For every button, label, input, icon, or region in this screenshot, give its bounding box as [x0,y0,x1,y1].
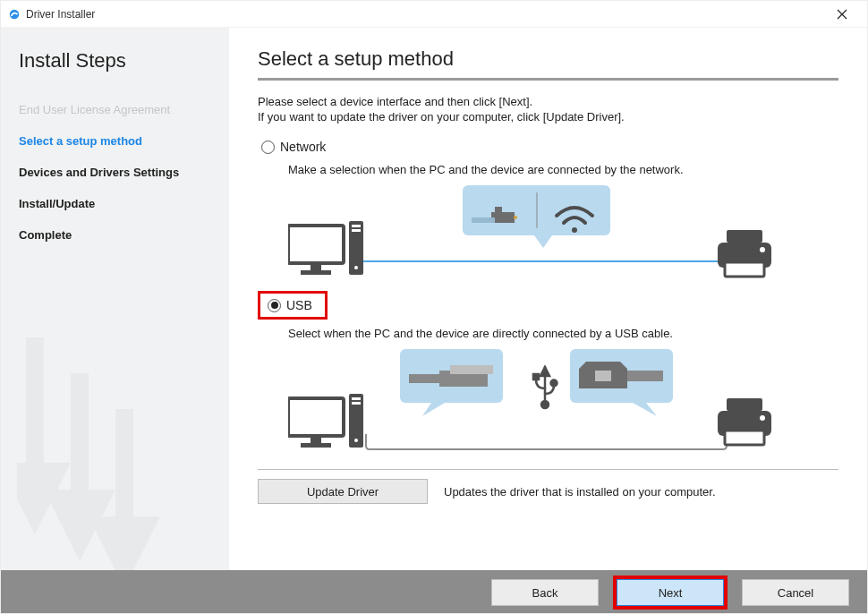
svg-point-15 [572,227,577,233]
svg-rect-25 [352,402,361,405]
svg-point-26 [354,439,358,442]
step-eula: End User License Agreement [19,94,211,125]
title-bar: Driver Installer [1,1,867,28]
main-panel: Select a setup method Please select a de… [229,28,867,570]
svg-rect-33 [533,374,539,379]
cancel-button[interactable]: Cancel [742,579,849,606]
intro-text: Please select a device interface and the… [258,95,838,124]
close-button[interactable] [824,2,860,27]
heading-divider [258,78,838,81]
update-driver-text: Updates the driver that is installed on … [444,485,716,499]
radio-network[interactable]: Network [258,138,838,156]
svg-rect-24 [352,397,361,400]
svg-rect-30 [409,374,441,383]
svg-rect-6 [352,225,361,227]
footer: Back Next Cancel [1,570,867,614]
page-heading: Select a setup method [258,47,838,71]
next-button[interactable]: Next [617,579,724,606]
radio-network-label: Network [280,140,326,154]
svg-rect-40 [725,431,764,445]
svg-rect-11 [495,207,502,212]
svg-point-13 [514,216,517,219]
svg-point-8 [354,266,358,269]
svg-rect-12 [472,217,495,223]
update-driver-button[interactable]: Update Driver [258,479,428,504]
svg-point-32 [541,401,549,408]
svg-rect-20 [288,398,344,436]
usb-desc: Select when the PC and the device are di… [288,327,838,340]
monitor-icon [288,226,344,275]
usb-trident-icon [533,367,557,408]
network-desc: Make a selection when the PC and the dev… [288,163,838,176]
network-diagram [288,185,838,284]
svg-rect-29 [450,365,493,374]
svg-rect-22 [301,443,331,448]
sidebar: Install Steps End User License Agreement… [1,28,229,570]
svg-rect-3 [311,265,321,270]
usb-highlight-box: USB [258,291,328,320]
step-complete: Complete [19,219,211,251]
svg-rect-7 [352,229,361,232]
svg-point-34 [551,380,557,387]
radio-usb-label: USB [286,298,312,312]
printer-icon [718,398,771,445]
usb-diagram [288,349,838,456]
svg-rect-38 [727,398,762,411]
svg-rect-36 [595,371,611,381]
svg-rect-16 [727,230,762,243]
svg-rect-2 [288,226,344,263]
sidebar-arrows-decor [17,337,160,570]
svg-point-41 [760,415,765,421]
option-usb: USB Select when the PC and the device ar… [258,291,838,456]
step-setup-method: Select a setup method [19,125,211,157]
printer-icon [718,230,771,277]
update-driver-row: Update Driver Updates the driver that is… [258,469,838,504]
radio-usb[interactable]: USB [264,296,316,314]
radio-usb-indicator [268,299,281,312]
step-install-update: Install/Update [19,188,211,219]
svg-point-0 [10,9,20,19]
svg-point-19 [760,247,765,252]
back-button[interactable]: Back [491,579,599,606]
step-devices-drivers: Devices and Drivers Settings [19,157,211,188]
intro-line-2: If you want to update the driver on your… [258,110,838,124]
sidebar-heading: Install Steps [19,49,211,72]
option-network: Network Make a selection when the PC and… [258,138,838,284]
svg-rect-21 [311,438,321,443]
radio-network-indicator [261,141,275,154]
intro-line-1: Please select a device interface and the… [258,95,838,108]
svg-rect-4 [301,270,331,275]
svg-rect-37 [627,371,663,381]
svg-rect-18 [725,262,764,277]
app-icon [8,8,21,21]
window-title: Driver Installer [26,8,95,21]
